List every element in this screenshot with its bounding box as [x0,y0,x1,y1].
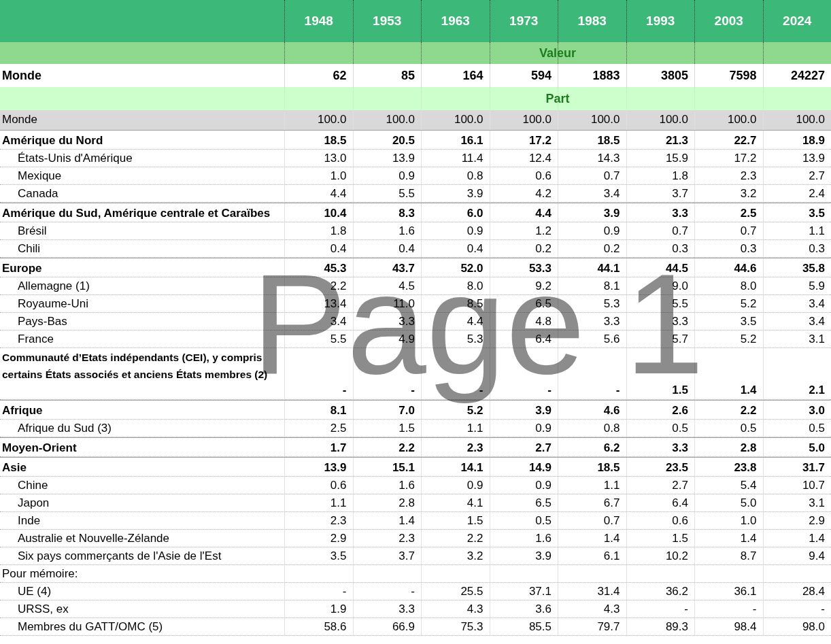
value-cell: 2.8 [353,494,422,511]
value-cell: 1.6 [353,477,422,494]
row-label: Amérique du Sud, Amérique centrale et Ca… [0,203,284,222]
value-cell: 3.0 [763,401,831,419]
value-cell: 0.9 [353,167,422,184]
value-cell: 3.9 [558,203,626,222]
value-cell: 4.1 [421,494,490,511]
value-cell: 1.4 [694,348,763,399]
value-cell: 58.6 [284,618,353,635]
value-cell: 3.4 [763,313,831,330]
row-label: Inde [0,512,284,529]
value-cell: 2.7 [626,477,695,494]
value-cell: 0.4 [284,240,353,257]
value-cell: 0.4 [353,240,422,257]
row-label: Communauté d’Etats indépendants (CEI), y… [0,348,284,399]
value-cell: 100.0 [558,110,626,130]
value-cell: 100.0 [694,110,763,130]
value-cell: 1.6 [353,222,422,239]
table-row: Asie13.915.114.114.918.523.523.831.7 [0,457,831,477]
value-cell: 5.0 [763,438,831,456]
table-row: Membres du GATT/OMC (5)58.666.975.385.57… [0,618,831,636]
row-label: Monde [0,64,284,87]
value-cell: 1.8 [626,167,695,184]
value-cell [421,565,490,582]
value-cell: 0.5 [626,420,695,437]
valeur-section-label: Valeur [284,42,831,64]
value-cell: 15.1 [353,458,422,476]
table-row: Pays-Bas3.43.34.44.83.33.33.53.4 [0,313,831,331]
value-cell: 5.9 [763,277,831,294]
row-label: Monde [0,110,284,130]
year-header-cell: 1953 [353,0,422,42]
row-label: Six pays commerçants de l'Asie de l'Est [0,547,284,564]
value-cell: 13.4 [284,295,353,312]
value-cell: 594 [490,64,558,87]
value-cell [284,565,353,582]
value-cell: 3.2 [421,547,490,564]
value-cell: 5.7 [626,331,695,348]
value-cell: 0.5 [763,420,831,437]
value-cell: 0.3 [694,240,763,257]
value-cell: 8.1 [558,277,626,294]
value-cell: 4.3 [421,600,490,617]
table-row: Monde100.0100.0100.0100.0100.0100.0100.0… [0,110,831,130]
table-row: Chili0.40.40.40.20.20.30.30.3 [0,240,831,258]
value-cell: 17.2 [694,150,763,167]
value-cell: 62 [284,64,353,87]
value-cell: 85 [353,64,422,87]
value-cell: 17.2 [490,131,558,149]
value-cell: 1.5 [626,530,695,547]
value-cell: 1.4 [558,530,626,547]
value-cell: 5.3 [558,295,626,312]
value-cell: 100.0 [353,110,422,130]
year-header-cell: 2003 [694,0,763,42]
value-cell: 1.6 [490,530,558,547]
value-cell: 22.7 [694,131,763,149]
value-cell: 12.4 [490,150,558,167]
value-cell: 10.2 [626,547,695,564]
value-cell: 1.2 [490,222,558,239]
value-cell: 1.4 [353,512,422,529]
value-cell: 6.2 [558,438,626,456]
value-cell: - [353,583,422,600]
value-cell: 5.2 [694,331,763,348]
value-cell: 31.4 [558,583,626,600]
value-cell: 100.0 [763,110,831,130]
value-cell: 14.3 [558,150,626,167]
value-cell: 3.4 [284,313,353,330]
value-cell: 6.5 [490,494,558,511]
value-cell: 37.1 [490,583,558,600]
value-cell: 164 [421,64,490,87]
value-cell: 0.5 [694,420,763,437]
table-row: Allemagne (1)2.24.58.09.28.19.08.05.9 [0,277,831,295]
value-cell: 36.1 [694,583,763,600]
value-cell: 14.9 [490,458,558,476]
value-cell: 2.9 [763,512,831,529]
value-cell: 3.1 [763,331,831,348]
value-cell: 8.1 [284,401,353,419]
value-cell [490,565,558,582]
value-cell [694,565,763,582]
value-cell: 5.6 [558,331,626,348]
table-row: Inde2.31.41.50.50.70.61.02.9 [0,512,831,530]
value-cell: 0.9 [490,477,558,494]
row-label: Amérique du Nord [0,131,284,149]
table-row: Afrique8.17.05.23.94.62.62.23.0 [0,400,831,420]
value-cell: - [284,583,353,600]
value-cell: 18.5 [284,131,353,149]
value-cell: 4.8 [490,313,558,330]
table-row: URSS, ex1.93.34.33.64.3--- [0,600,831,618]
value-cell: 11.4 [421,150,490,167]
value-cell: 16.1 [421,131,490,149]
value-cell: 0.7 [694,222,763,239]
value-cell: 18.9 [763,131,831,149]
row-label: France [0,331,284,348]
value-cell: 1.1 [558,477,626,494]
value-cell: 15.9 [626,150,695,167]
value-cell: - [421,348,490,399]
value-cell: 6.5 [490,295,558,312]
row-label: UE (4) [0,583,284,600]
value-cell: 2.2 [421,530,490,547]
value-cell: 6.4 [626,494,695,511]
value-cell: 2.2 [353,438,422,456]
value-cell: 44.6 [694,258,763,277]
